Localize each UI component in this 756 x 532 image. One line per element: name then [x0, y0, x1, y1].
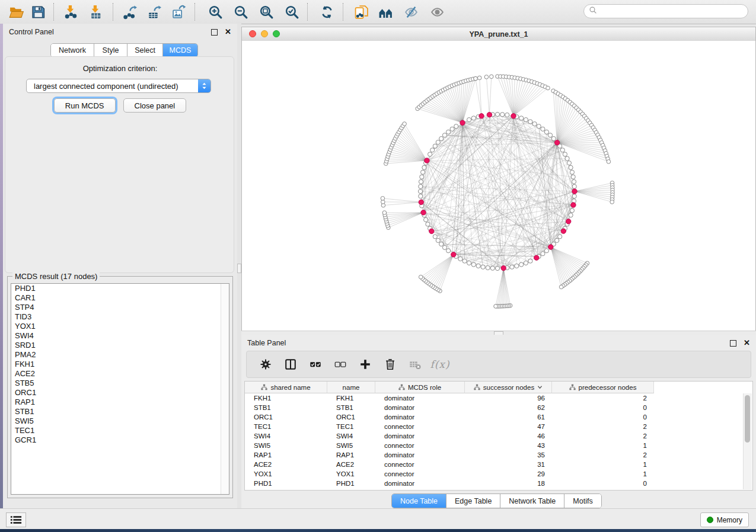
mcds-result-node[interactable]: TEC1 — [11, 426, 229, 435]
table-row[interactable]: SWI4SWI4dominator462 — [245, 431, 752, 441]
close-icon[interactable]: ✕ — [744, 340, 750, 346]
search-box[interactable] — [583, 4, 748, 18]
export-image-icon[interactable] — [171, 4, 187, 20]
mcds-result-node[interactable]: STB5 — [11, 379, 229, 388]
table-row[interactable]: YOX1YOX1connector291 — [245, 469, 752, 479]
column-header-predecessor-nodes[interactable]: predecessor nodes — [552, 382, 654, 393]
cell-name[interactable]: SWI5 — [327, 442, 375, 449]
table-row[interactable]: RAP1RAP1dominator352 — [245, 450, 752, 460]
cell-name[interactable]: PHD1 — [327, 480, 375, 487]
minimize-window-icon[interactable] — [261, 30, 268, 37]
vertical-splitter[interactable] — [237, 24, 241, 508]
mcds-result-node[interactable]: STB1 — [11, 407, 229, 416]
mcds-result-node[interactable]: PMA2 — [11, 350, 229, 360]
mcds-result-node[interactable]: TID3 — [11, 312, 229, 322]
mcds-hub-node[interactable] — [511, 114, 516, 118]
cell-predecessor-nodes[interactable]: 1 — [552, 461, 654, 468]
cell-MCDS-role[interactable]: dominator — [375, 480, 465, 487]
cell-MCDS-role[interactable]: dominator — [375, 451, 465, 459]
deselect-all-checkbox-icon[interactable] — [333, 357, 347, 371]
mcds-result-node[interactable]: SWI4 — [11, 331, 229, 341]
import-table-icon[interactable] — [88, 4, 104, 20]
mcds-hub-node[interactable] — [425, 158, 429, 163]
cell-shared-name[interactable]: ACE2 — [245, 461, 327, 468]
table-row[interactable]: ACE2ACE2connector311 — [245, 460, 752, 469]
float-window-icon[interactable] — [211, 29, 218, 36]
tab-style[interactable]: Style — [94, 44, 127, 57]
cell-name[interactable]: RAP1 — [327, 451, 375, 459]
mcds-hub-node[interactable] — [501, 265, 506, 270]
cell-MCDS-role[interactable]: dominator — [375, 404, 465, 411]
mcds-hub-node[interactable] — [479, 114, 484, 118]
cell-shared-name[interactable]: ORC1 — [245, 414, 327, 421]
close-window-icon[interactable] — [249, 30, 256, 37]
mcds-hub-node[interactable] — [572, 189, 577, 194]
tab-network-table[interactable]: Network Table — [500, 494, 564, 508]
mcds-hub-node[interactable] — [566, 219, 571, 224]
network-canvas[interactable] — [242, 41, 755, 330]
cell-name[interactable]: SWI4 — [327, 432, 375, 440]
cell-shared-name[interactable]: YOX1 — [245, 470, 327, 477]
scrollbar-thumb[interactable] — [745, 395, 750, 443]
import-network-icon[interactable] — [63, 4, 79, 20]
optimization-criterion-select[interactable]: largest connected component (undirected) — [26, 79, 211, 93]
network-window-titlebar[interactable]: YPA_prune.txt_1 — [242, 27, 755, 41]
cell-predecessor-nodes[interactable]: 1 — [552, 470, 654, 477]
splitter-handle[interactable] — [237, 264, 241, 273]
cell-successor-nodes[interactable]: 35 — [465, 451, 552, 459]
tab-network[interactable]: Network — [51, 44, 94, 57]
table-row[interactable]: STB1STB1dominator620 — [245, 403, 752, 412]
export-network-icon[interactable] — [122, 4, 138, 20]
cell-shared-name[interactable]: STB1 — [245, 404, 327, 411]
table-scrollbar[interactable] — [743, 393, 752, 489]
table-row[interactable]: SWI5SWI5connector431 — [245, 441, 752, 450]
mcds-hub-node[interactable] — [429, 229, 434, 233]
mcds-hub-node[interactable] — [460, 120, 465, 125]
cell-shared-name[interactable]: SWI5 — [245, 442, 327, 449]
mcds-result-list[interactable]: PHD1CAR1STP4TID3YOX1SWI4SRD1PMA2FKH1ACE2… — [11, 283, 229, 495]
column-header-MCDS-role[interactable]: MCDS role — [375, 382, 465, 393]
cell-MCDS-role[interactable]: connector — [375, 470, 465, 477]
open-file-icon[interactable] — [8, 4, 24, 20]
cell-predecessor-nodes[interactable]: 2 — [552, 395, 654, 402]
tab-edge-table[interactable]: Edge Table — [446, 494, 500, 508]
close-panel-button[interactable]: Close panel — [123, 98, 187, 113]
cell-name[interactable]: FKH1 — [327, 395, 375, 402]
cell-successor-nodes[interactable]: 61 — [465, 414, 552, 421]
task-history-button[interactable] — [6, 512, 26, 527]
cell-shared-name[interactable]: PHD1 — [245, 480, 327, 487]
split-panel-icon[interactable] — [283, 357, 298, 371]
save-icon[interactable] — [30, 4, 46, 20]
mcds-result-node[interactable]: GCR1 — [11, 435, 229, 445]
cell-predecessor-nodes[interactable]: 0 — [552, 480, 654, 487]
delete-column-icon[interactable] — [383, 357, 397, 371]
float-window-icon[interactable] — [730, 340, 736, 347]
cell-name[interactable]: STB1 — [327, 404, 375, 411]
tab-motifs[interactable]: Motifs — [564, 494, 601, 508]
cell-predecessor-nodes[interactable]: 2 — [552, 432, 654, 440]
cell-MCDS-role[interactable]: dominator — [375, 432, 465, 440]
close-icon[interactable]: ✕ — [225, 29, 231, 35]
clone-network-icon[interactable] — [353, 4, 369, 20]
cell-successor-nodes[interactable]: 31 — [465, 461, 552, 468]
mcds-hub-node[interactable] — [548, 245, 553, 249]
cell-predecessor-nodes[interactable]: 2 — [552, 423, 654, 430]
cell-shared-name[interactable]: SWI4 — [245, 432, 327, 440]
memory-button[interactable]: Memory — [700, 512, 749, 527]
cell-successor-nodes[interactable]: 29 — [465, 470, 552, 477]
column-header-name[interactable]: name — [327, 382, 375, 393]
mcds-hub-node[interactable] — [554, 140, 559, 145]
settings-gear-icon[interactable] — [259, 357, 273, 371]
cell-MCDS-role[interactable]: connector — [375, 442, 465, 449]
search-input[interactable] — [601, 5, 748, 17]
column-header-successor-nodes[interactable]: successor nodes — [465, 382, 552, 393]
mcds-result-node[interactable]: ACE2 — [11, 369, 229, 379]
zoom-selected-icon[interactable] — [284, 4, 300, 20]
select-all-checkbox-icon[interactable] — [308, 357, 323, 371]
result-list-scrollbar[interactable] — [221, 284, 229, 494]
zoom-in-icon[interactable] — [208, 4, 224, 20]
mcds-result-node[interactable]: YOX1 — [11, 322, 229, 331]
hide-selected-icon[interactable] — [403, 4, 419, 20]
column-header-shared-name[interactable]: shared name — [245, 382, 327, 393]
cell-MCDS-role[interactable]: dominator — [375, 395, 465, 402]
